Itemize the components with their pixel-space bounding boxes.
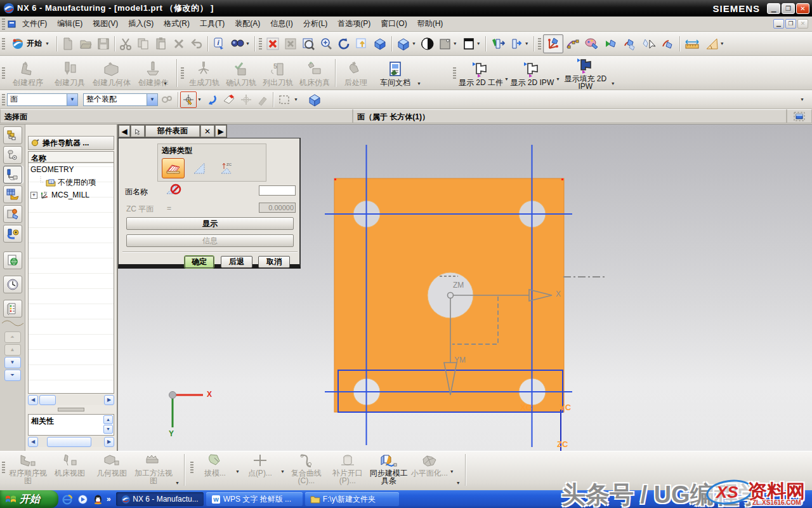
machine-tool-navigator-icon[interactable] [3,185,22,203]
group-overflow-caret-icon[interactable]: ▼ [417,81,421,86]
task-nx[interactable]: NX 6 - Manufactu... [116,492,204,506]
scroll-left-icon[interactable]: ◀ [28,395,38,405]
constraint-navigator-icon[interactable] [3,146,22,164]
geometry-view-button[interactable]: 几何视图 [91,451,133,477]
show-2d-workpiece-button[interactable]: 显示 2D 工件 [458,60,504,86]
open-file-icon[interactable] [77,35,95,53]
back-button[interactable]: 后退 [221,256,252,268]
create-program-button[interactable]: 创建程序 [7,60,49,86]
fit-view-icon[interactable] [264,35,282,53]
combo-arrow-icon[interactable]: ▼ [147,94,157,105]
assembly-navigator-icon[interactable] [3,126,22,144]
show-2d-ipw-button[interactable]: 显示 2D IPW [509,60,555,86]
menu-analysis[interactable]: 分析(L) [298,17,333,31]
menu-edit[interactable]: 编辑(E) [52,17,88,31]
menu-window[interactable]: 窗口(O) [376,17,412,31]
dialog-prev-icon[interactable]: ◀ [119,125,130,137]
measure-distance-icon[interactable] [682,35,702,53]
toolbar-grip[interactable] [2,67,5,79]
draft-tool-button[interactable]: 拔模... [195,451,235,477]
navigator-pin-icon[interactable] [31,138,40,147]
visual-reports-icon[interactable] [3,205,22,223]
show-hide-icon[interactable] [488,35,507,53]
deps-scroll-down-icon[interactable]: ▼ [103,425,113,434]
start-menu-button[interactable]: 开始 ▼ [7,36,55,52]
rectangle-select-icon[interactable] [275,91,293,108]
fit-window-icon[interactable] [787,109,812,123]
mdi-system-icon[interactable] [7,19,17,29]
machine-tool-view-button[interactable]: 机床视图 [49,451,91,477]
postprocess-button[interactable]: 后处理 [337,60,374,86]
tooling-navigator-icon[interactable] [3,225,22,243]
zc-plane-rule-button[interactable]: ZC [216,158,239,178]
tree-hscrollbar[interactable]: ◀ ▶ [28,395,114,405]
shaded-cube-icon[interactable] [305,91,324,109]
graphics-viewport[interactable]: ZM YM X XC YC ZC X Y ◀ 部件表面 ✕ ▶ 选择类型 [118,124,812,451]
find-icon[interactable]: ▼ [228,35,252,53]
mdi-minimize-button[interactable]: ▁ [773,19,784,29]
toolbar-grip[interactable] [259,38,262,50]
menu-help[interactable]: 帮助(H) [412,17,449,31]
tree-row-mcs-mill[interactable]: + zy MCS_MILL [29,189,114,201]
deps-scroll-up-icon[interactable]: ▲ [103,415,113,424]
save-icon[interactable] [95,35,112,53]
selbar-overflow-caret-icon[interactable]: ▼ [800,97,804,102]
dialog-next-icon[interactable]: ▶ [215,125,226,137]
list-toolpath-button[interactable]: 5! 列出刀轨 [259,60,296,86]
patch-opening-button[interactable]: 补片开口(P)... [327,451,368,485]
dropdown-caret-icon[interactable]: ▼ [450,469,454,474]
type-filter-combo[interactable]: 面 ▼ [7,93,78,106]
cut-icon[interactable] [117,35,134,53]
deps-hscrollbar[interactable]: ◀ ▶ [28,437,114,447]
menu-information[interactable]: 信息(I) [265,17,298,31]
shop-documentation-button[interactable]: 车间文档 [374,60,416,86]
menu-view[interactable]: 视图(V) [88,17,123,31]
program-order-view-button[interactable]: 程序顺序视图 [7,451,49,485]
delete-icon[interactable] [170,35,188,53]
face-rule-button[interactable] [162,158,185,178]
quicklaunch-qq-icon[interactable] [91,493,104,505]
toolbar-grip[interactable] [181,67,184,79]
tree-column-header[interactable]: 名称 [29,152,114,163]
dynamic-csys-icon[interactable] [543,34,563,53]
paste-icon[interactable] [152,35,170,53]
show-filled-2d-ipw-button[interactable]: 显示填充 2D IPW [561,56,610,90]
object-information-icon[interactable]: i [210,35,228,53]
tree-row-geometry[interactable]: GEOMETRY [29,163,114,176]
palettes-icon[interactable] [3,300,22,318]
true-shading-icon[interactable]: ▼ [460,35,483,53]
rectangle-select-caret-icon[interactable]: ▼ [294,97,298,102]
dropdown-caret-icon[interactable]: ▼ [556,77,560,81]
ok-button[interactable]: 确定 [185,256,214,268]
scroll-right-icon[interactable]: ▶ [104,437,114,447]
group-overflow-caret-icon[interactable]: ▼ [611,81,615,86]
group-overflow-caret-icon[interactable]: ▼ [175,481,180,485]
plane-rule-button[interactable] [188,158,211,178]
machining-method-view-button[interactable]: 加工方法视图 [133,451,174,485]
face-name-input[interactable] [259,185,296,196]
dropdown-caret-icon[interactable]: ▼ [504,77,509,81]
combo-arrow-icon[interactable]: ▼ [67,94,77,105]
dialog-pointer-icon[interactable] [131,125,145,137]
dialog-title-tab[interactable]: 部件表面 [145,125,200,137]
point-set-icon[interactable] [563,35,582,53]
dropdown-caret-icon[interactable]: ▼ [280,469,285,474]
generate-toolpath-button[interactable]: 生成刀轨 [186,60,223,86]
restore-button[interactable]: ❐ [782,3,795,14]
machine-simulation-button[interactable]: 机床仿真 [296,60,333,86]
scroll-bottom-button[interactable]: ⏷ [4,370,21,381]
cancel-button[interactable]: 取消 [258,256,290,268]
zoom-box-icon[interactable] [299,35,317,53]
toolbar-grip[interactable] [190,462,193,473]
selection-scope-combo[interactable]: 整个装配 ▼ [83,93,158,106]
background-color-icon[interactable]: ▼ [436,35,460,53]
menu-tools[interactable]: 工具(T) [195,17,230,31]
menu-format[interactable]: 格式(R) [159,17,195,31]
toolbar-grip[interactable] [453,67,456,79]
toolbar-grip[interactable] [538,38,541,50]
snap-point-icon[interactable] [658,35,678,53]
scroll-left-icon[interactable]: ◀ [28,437,38,447]
menu-grip[interactable] [2,18,5,30]
navigator-header[interactable]: 操作导航器 ... [28,136,114,150]
snap-caret-icon[interactable]: ▼ [197,97,202,102]
